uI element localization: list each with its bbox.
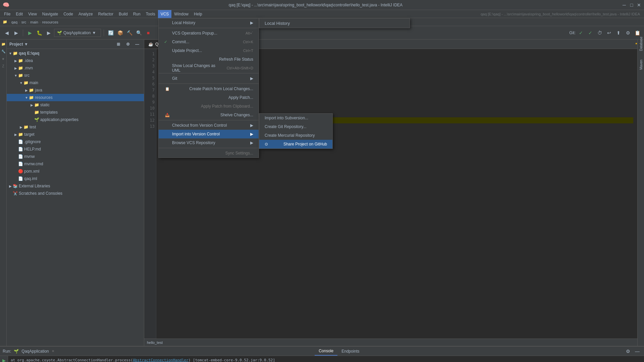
vcs-menu-browse[interactable]: Browse VCS Repository ▶ xyxy=(159,138,259,147)
breadcrumb-qaq[interactable]: qaq xyxy=(11,20,17,24)
vcs-menu-operations-popup[interactable]: VCS Operations Popup... Alt+` xyxy=(159,29,259,38)
tree-item-extlibs[interactable]: ▶ 📚 External Libraries xyxy=(7,182,144,190)
toolbar-coverage[interactable]: ▶ xyxy=(45,29,53,37)
toolbar-search[interactable]: 🔍 xyxy=(135,29,143,37)
bottom-tab-console[interactable]: Console xyxy=(315,347,337,356)
close-button[interactable]: ✕ xyxy=(637,3,641,7)
menu-view[interactable]: View xyxy=(25,10,40,18)
menu-navigate[interactable]: Navigate xyxy=(40,10,61,18)
menu-help[interactable]: Help xyxy=(191,10,205,18)
bottom-header-icons: ⚙ — xyxy=(624,347,641,355)
minimize-button[interactable]: ─ xyxy=(622,3,627,7)
menu-build[interactable]: Build xyxy=(116,10,130,18)
git-check2-icon[interactable]: ✓ xyxy=(586,29,594,37)
git-push-icon[interactable]: ⬆ xyxy=(614,29,623,37)
run-config-dropdown[interactable]: 🌱 QaqApplication ▼ xyxy=(54,29,101,37)
breadcrumb-src[interactable]: src xyxy=(21,20,26,24)
vcs-menu-update[interactable]: Update Project... Ctrl+T xyxy=(159,46,259,55)
right-db-icon[interactable]: Database xyxy=(638,41,644,47)
breadcrumb-main[interactable]: main xyxy=(30,20,38,24)
tree-item-java[interactable]: ▶ 📁 java xyxy=(7,86,144,94)
submenu-share-github[interactable]: ⊙ Share Project on GitHub xyxy=(259,140,332,148)
project-collapse-icon[interactable]: ⊞ xyxy=(114,40,122,48)
vcs-menu-commit[interactable]: ✓ Commit... Ctrl+K xyxy=(159,38,259,46)
vcs-menu-shelve[interactable]: 📥 Shelve Changes... xyxy=(159,111,259,119)
git-rollback-icon[interactable]: ↩ xyxy=(605,29,613,37)
maximize-button[interactable]: □ xyxy=(629,3,634,7)
toolbar-build[interactable]: 🔨 xyxy=(125,29,133,37)
project-gear-icon[interactable]: ⚙ xyxy=(124,40,132,48)
menu-vcs[interactable]: VCS xyxy=(158,10,172,18)
github-icon: ⊙ xyxy=(265,142,268,146)
tree-item-qaximl[interactable]: 📄 qaq.iml xyxy=(7,175,144,182)
bottom-minimize-icon[interactable]: — xyxy=(633,347,641,355)
sidebar-fav-icon[interactable]: ★ xyxy=(0,56,6,62)
toolbar-debug[interactable]: 🐛 xyxy=(35,29,43,37)
right-maven-icon[interactable]: Maven xyxy=(638,62,644,68)
sidebar-project-icon[interactable]: 📁 xyxy=(0,41,6,47)
tree-item-scratches[interactable]: ✂️ Scratches and Consoles xyxy=(7,190,144,197)
bottom-tab-endpoints[interactable]: Endpoints xyxy=(337,347,363,356)
line-numbers: 12345 678910 111213 xyxy=(144,49,156,339)
title-bar-title: qaq [E:\qaq] - ...\src\main\java\spring_… xyxy=(9,3,622,7)
tree-item-mvnw[interactable]: 📄 mvnw xyxy=(7,153,144,160)
breadcrumb-resources[interactable]: resources xyxy=(42,20,58,24)
menu-code[interactable]: Code xyxy=(61,10,76,18)
menu-tools[interactable]: Tools xyxy=(143,10,158,18)
tree-item-target[interactable]: ▶ 📁 target xyxy=(7,131,144,138)
tree-item-resources[interactable]: ▼ 📁 resources xyxy=(7,94,144,101)
tree-item-static[interactable]: ▶ 📁 static xyxy=(7,101,144,109)
tree-item-gitignore[interactable]: 📄 .gitignore xyxy=(7,138,144,145)
vcs-menu-refresh[interactable]: Refresh File Status xyxy=(159,55,259,64)
vcs-menu-sync[interactable]: Sync Settings... xyxy=(159,149,259,158)
vcs-menu-local-history[interactable]: Local History ▶ xyxy=(159,18,259,27)
submenu-import-svn[interactable]: Import into Subversion... xyxy=(259,114,332,122)
sidebar-structure-icon[interactable]: 🔧 xyxy=(0,48,6,54)
vcs-menu-apply-clipboard[interactable]: Apply Patch from Clipboard... xyxy=(159,102,259,111)
toolbar-build-jar[interactable]: 📦 xyxy=(116,29,124,37)
title-bar: 🧠 qaq [E:\qaq] - ...\src\main\java\sprin… xyxy=(0,0,644,10)
menu-analyze[interactable]: Analyze xyxy=(76,10,96,18)
vcs-menu-show-local-uml[interactable]: Show Local Changes as UML Ctrl+Alt+Shift… xyxy=(159,64,259,72)
project-close-icon[interactable]: — xyxy=(133,40,141,48)
git-check-icon[interactable]: ✓ xyxy=(577,29,585,37)
run-tab-close[interactable]: ✕ xyxy=(52,349,54,353)
sidebar-z-structure-icon[interactable]: Z xyxy=(0,63,6,69)
tree-item-main[interactable]: ▼ 📁 main xyxy=(7,79,144,86)
toolbar-sync[interactable]: 🔄 xyxy=(107,29,115,37)
toolbar-stop[interactable]: ■ xyxy=(144,29,152,37)
vcs-menu-import[interactable]: Import into Version Control ▶ xyxy=(159,130,259,138)
menu-refactor[interactable]: Refactor xyxy=(96,10,116,18)
menu-edit[interactable]: Edit xyxy=(13,10,25,18)
tree-item-mvn[interactable]: ▶ 📁 .mvn xyxy=(7,64,144,72)
submenu-create-git[interactable]: Create Git Repository... xyxy=(259,122,332,131)
menu-window[interactable]: Window xyxy=(171,10,191,18)
menu-file[interactable]: File xyxy=(1,10,13,18)
toolbar-run[interactable]: ▶ xyxy=(26,29,34,37)
vcs-menu-create-patch[interactable]: 📋 Create Patch from Local Changes... xyxy=(159,84,259,93)
tree-item-appprops[interactable]: 🌱 application.properties xyxy=(7,116,144,123)
vcs-menu-apply-patch[interactable]: Apply Patch... xyxy=(159,93,259,102)
vcs-menu-checkout[interactable]: Checkout from Version Control ▶ xyxy=(159,121,259,130)
tree-item-idea[interactable]: ▶ 📁 .idea xyxy=(7,57,144,64)
console-link-1[interactable]: AbstractConnectionHandler xyxy=(133,358,189,362)
bottom-panel: Run: 🌱 QaqApplication ✕ Console Endpoint… xyxy=(0,346,644,362)
run-config-arrow: ▼ xyxy=(92,31,96,35)
toolbar-settings[interactable]: ⚙ xyxy=(624,29,632,37)
tree-item-test[interactable]: ▶ 📁 test xyxy=(7,123,144,131)
tree-item-templates[interactable]: 📁 templates xyxy=(7,109,144,116)
tree-item-src[interactable]: ▼ 📁 src xyxy=(7,72,144,79)
bottom-settings-icon[interactable]: ⚙ xyxy=(624,347,632,355)
toolbar-event-log[interactable]: 📋 xyxy=(633,29,641,37)
toolbar-forward[interactable]: ▶ xyxy=(12,29,20,37)
toolbar-back[interactable]: ◀ xyxy=(3,29,11,37)
vcs-menu-git[interactable]: Git ▶ xyxy=(159,74,259,83)
run-restart-icon[interactable]: ▶ xyxy=(1,357,7,362)
tree-item-mvnwcmd[interactable]: 📄 mvnw.cmd xyxy=(7,160,144,168)
menu-run[interactable]: Run xyxy=(130,10,143,18)
tree-item-root[interactable]: ▼ 📁 qaq E:\qaq xyxy=(7,50,144,57)
tree-item-pomxml[interactable]: 🔴 pom.xml xyxy=(7,168,144,175)
submenu-create-hg[interactable]: Create Mercurial Repository xyxy=(259,131,332,140)
tree-item-helpmd[interactable]: 📄 HELP.md xyxy=(7,145,144,153)
git-history-icon[interactable]: ⏱ xyxy=(596,29,604,37)
